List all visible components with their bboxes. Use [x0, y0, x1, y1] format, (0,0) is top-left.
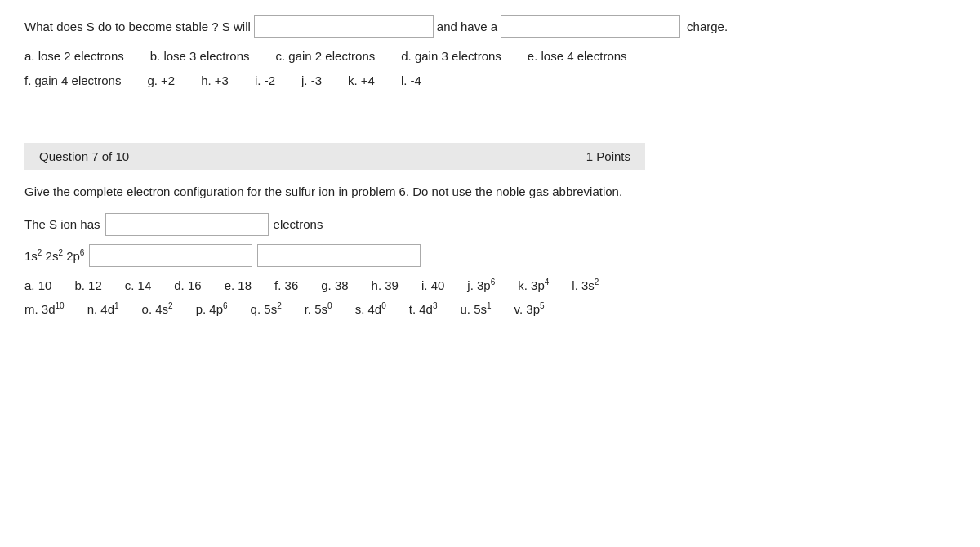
q6-option-h: h. +3 [201, 70, 229, 91]
q6-charge-end: charge. [687, 20, 728, 33]
q6-option-c: c. gain 2 electrons [276, 46, 376, 67]
q7-option-g: g. 38 [321, 275, 348, 296]
q7-option-a: a. 10 [24, 275, 51, 296]
q6-option-d: d. gain 3 electrons [401, 46, 501, 67]
q7-option-b: b. 12 [74, 275, 101, 296]
q7-option-d: d. 16 [174, 275, 201, 296]
q7-option-v: v. 3p5 [514, 299, 545, 320]
q7-option-f: f. 36 [274, 275, 298, 296]
q7-option-n: n. 4d1 [87, 299, 119, 320]
q7-option-k: k. 3p4 [518, 275, 549, 296]
q7-option-t: t. 4d3 [409, 299, 438, 320]
q7-option-p: p. 4p6 [196, 299, 228, 320]
q7-option-q: q. 5s2 [251, 299, 282, 320]
q6-and-have: and have a [437, 20, 497, 33]
question-number: Question 7 of 10 [39, 149, 586, 163]
q6-input-charge[interactable] [501, 15, 680, 38]
question-points: 1 Points [586, 149, 630, 163]
q7-option-l: l. 3s2 [572, 275, 599, 296]
q7-option-u: u. 5s1 [460, 299, 491, 320]
q6-prompt-start: What does S do to become stable ? S will [24, 20, 251, 33]
q6-option-b: b. lose 3 electrons [150, 46, 250, 67]
q7-option-o: o. 4s2 [142, 299, 173, 320]
q7-prompt: Give the complete electron configuration… [24, 183, 956, 202]
q6-option-e: e. lose 4 electrons [528, 46, 627, 67]
q7-option-s: s. 4d0 [355, 299, 386, 320]
q7-ion-line-end: electrons [274, 217, 323, 231]
q6-option-g: g. +2 [147, 70, 175, 91]
q6-option-k: k. +4 [348, 70, 375, 91]
q7-option-c: c. 14 [125, 275, 152, 296]
q7-option-r: r. 5s0 [305, 299, 332, 320]
q7-config-input1[interactable] [89, 244, 252, 267]
question-header: Question 7 of 10 1 Points [24, 143, 645, 170]
q7-electrons-input[interactable] [105, 213, 269, 236]
q6-option-j: j. -3 [301, 70, 322, 91]
q7-option-j: j. 3p6 [467, 275, 495, 296]
q6-option-l: l. -4 [401, 70, 421, 91]
q7-option-i: i. 40 [421, 275, 444, 296]
q7-option-e: e. 18 [225, 275, 252, 296]
q7-option-h: h. 39 [372, 275, 399, 296]
q6-option-a: a. lose 2 electrons [24, 46, 124, 67]
q7-config-input2[interactable] [257, 244, 421, 267]
q7-config-prefix: 1s2 2s2 2p6 [24, 248, 84, 263]
q6-option-f: f. gain 4 electrons [24, 70, 121, 91]
q7-option-m: m. 3d10 [24, 299, 65, 320]
q6-input-action[interactable] [254, 15, 434, 38]
q6-option-i: i. -2 [255, 70, 275, 91]
q7-ion-line-start: The S ion has [24, 217, 100, 231]
